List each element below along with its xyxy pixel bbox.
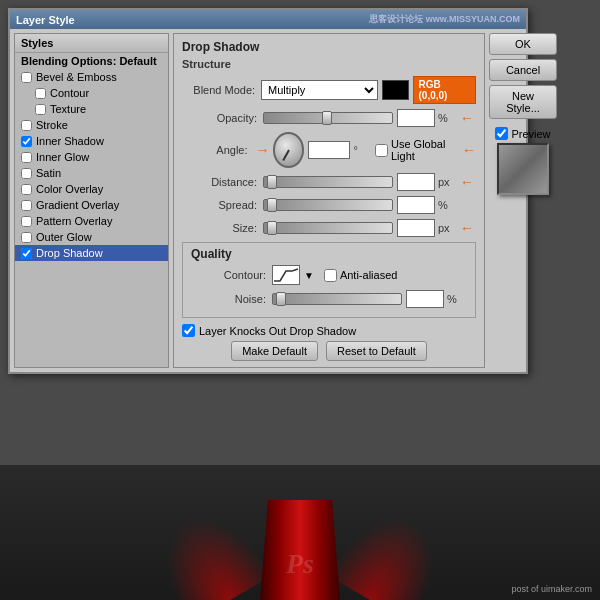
layer-knocks-label: Layer Knocks Out Drop Shadow: [199, 325, 356, 337]
sidebar-item-bevel-emboss[interactable]: Bevel & Emboss: [15, 69, 168, 85]
bottom-buttons: Make Default Reset to Default: [182, 341, 476, 361]
sidebar-label-stroke: Stroke: [36, 119, 68, 131]
sidebar-label-texture: Texture: [50, 103, 86, 115]
sidebar-item-outer-glow[interactable]: Outer Glow: [15, 229, 168, 245]
blend-mode-row: Blend Mode: Multiply Normal Screen Overl…: [182, 76, 476, 104]
distance-row: Distance: 1 px ←: [182, 173, 476, 191]
sidebar-label-inner-glow: Inner Glow: [36, 151, 89, 163]
distance-input[interactable]: 1: [397, 173, 435, 191]
post-label: post of uimaker.com: [511, 584, 592, 594]
layer-knocks-row: Layer Knocks Out Drop Shadow: [182, 324, 476, 337]
distance-arrow: ←: [460, 174, 474, 190]
distance-thumb[interactable]: [267, 175, 277, 189]
checkbox-bevel-emboss[interactable]: [21, 72, 32, 83]
spread-thumb[interactable]: [267, 198, 277, 212]
ok-button[interactable]: OK: [489, 33, 557, 55]
checkbox-contour[interactable]: [35, 88, 46, 99]
cup-scene: Ps post of uimaker.com: [0, 465, 600, 600]
cup-ps-text: Ps: [286, 548, 314, 580]
title-bar: Layer Style 思客设计论坛 www.MISSYUAN.COM: [10, 10, 526, 29]
sidebar-item-texture[interactable]: Texture: [15, 101, 168, 117]
checkbox-inner-glow[interactable]: [21, 152, 32, 163]
sidebar-item-drop-shadow[interactable]: Drop Shadow: [15, 245, 168, 261]
opacity-row: Opacity: 50 % ←: [182, 109, 476, 127]
reset-to-default-button[interactable]: Reset to Default: [326, 341, 427, 361]
opacity-label: Opacity:: [182, 112, 257, 124]
size-arrow: ←: [460, 220, 474, 236]
sidebar-label-color-overlay: Color Overlay: [36, 183, 103, 195]
angle-input[interactable]: -151: [308, 141, 350, 159]
noise-thumb[interactable]: [276, 292, 286, 306]
layer-knocks-checkbox[interactable]: [182, 324, 195, 337]
size-slider[interactable]: [263, 222, 393, 234]
opacity-input[interactable]: 50: [397, 109, 435, 127]
preview-checkbox-wrap: Preview: [495, 127, 550, 140]
opacity-unit: %: [438, 112, 458, 124]
preview-checkbox[interactable]: [495, 127, 508, 140]
checkbox-satin[interactable]: [21, 168, 32, 179]
checkbox-gradient-overlay[interactable]: [21, 200, 32, 211]
contour-row: Contour: ▼ Anti-aliased: [191, 265, 467, 285]
cancel-button[interactable]: Cancel: [489, 59, 557, 81]
checkbox-pattern-overlay[interactable]: [21, 216, 32, 227]
angle-arrow-right: ←: [462, 142, 476, 158]
anti-alias-wrap: Anti-aliased: [324, 269, 397, 282]
watermark: 思客设计论坛 www.MISSYUAN.COM: [369, 13, 520, 26]
checkbox-drop-shadow[interactable]: [21, 248, 32, 259]
angle-row: Angle: → -151 ° Use Global Light ←: [182, 132, 476, 168]
noise-input[interactable]: 0: [406, 290, 444, 308]
color-swatch[interactable]: [382, 80, 409, 100]
sidebar-label-blending-options: Blending Options: Default: [21, 55, 157, 67]
spread-unit: %: [438, 199, 458, 211]
quality-section: Quality Contour: ▼ Anti-aliased: [182, 242, 476, 318]
angle-knob[interactable]: [273, 132, 305, 168]
checkbox-inner-shadow[interactable]: [21, 136, 32, 147]
spread-slider[interactable]: [263, 199, 393, 211]
beam-left: [142, 497, 274, 600]
opacity-thumb[interactable]: [322, 111, 332, 125]
sidebar-item-blending-options[interactable]: Blending Options: Default: [15, 53, 168, 69]
contour-label: Contour:: [191, 269, 266, 281]
use-global-light-checkbox[interactable]: [375, 144, 388, 157]
preview-section: Preview: [489, 127, 557, 195]
spread-input[interactable]: 0: [397, 196, 435, 214]
distance-slider[interactable]: [263, 176, 393, 188]
structure-subtitle: Structure: [182, 58, 476, 70]
use-global-light-label: Use Global Light: [391, 138, 460, 162]
sidebar-label-outer-glow: Outer Glow: [36, 231, 92, 243]
contour-swatch[interactable]: [272, 265, 300, 285]
new-style-button[interactable]: New Style...: [489, 85, 557, 119]
right-panel: Drop Shadow Structure Blend Mode: Multip…: [173, 33, 485, 368]
sidebar-item-gradient-overlay[interactable]: Gradient Overlay: [15, 197, 168, 213]
checkbox-stroke[interactable]: [21, 120, 32, 131]
bottom-image-area: Ps post of uimaker.com: [0, 465, 600, 600]
angle-unit: °: [353, 144, 370, 156]
anti-alias-checkbox[interactable]: [324, 269, 337, 282]
make-default-button[interactable]: Make Default: [231, 341, 318, 361]
quality-title: Quality: [191, 247, 467, 261]
contour-dropdown-arrow: ▼: [304, 270, 314, 281]
size-row: Size: 1 px ←: [182, 219, 476, 237]
sidebar-label-gradient-overlay: Gradient Overlay: [36, 199, 119, 211]
checkbox-color-overlay[interactable]: [21, 184, 32, 195]
sidebar-item-color-overlay[interactable]: Color Overlay: [15, 181, 168, 197]
noise-slider[interactable]: [272, 293, 402, 305]
blend-mode-select[interactable]: Multiply Normal Screen Overlay: [261, 80, 378, 100]
checkbox-texture[interactable]: [35, 104, 46, 115]
sidebar-label-bevel-emboss: Bevel & Emboss: [36, 71, 117, 83]
layer-style-dialog: Layer Style 思客设计论坛 www.MISSYUAN.COM Styl…: [8, 8, 528, 374]
opacity-slider[interactable]: [263, 112, 393, 124]
size-thumb[interactable]: [267, 221, 277, 235]
sidebar-item-inner-glow[interactable]: Inner Glow: [15, 149, 168, 165]
sidebar-item-satin[interactable]: Satin: [15, 165, 168, 181]
size-unit: px: [438, 222, 458, 234]
preview-label: Preview: [511, 128, 550, 140]
sidebar-item-contour[interactable]: Contour: [15, 85, 168, 101]
sidebar-item-inner-shadow[interactable]: Inner Shadow: [15, 133, 168, 149]
size-input[interactable]: 1: [397, 219, 435, 237]
sidebar-item-pattern-overlay[interactable]: Pattern Overlay: [15, 213, 168, 229]
checkbox-outer-glow[interactable]: [21, 232, 32, 243]
noise-label: Noise:: [191, 293, 266, 305]
cup-body: Ps: [260, 500, 340, 600]
sidebar-item-stroke[interactable]: Stroke: [15, 117, 168, 133]
